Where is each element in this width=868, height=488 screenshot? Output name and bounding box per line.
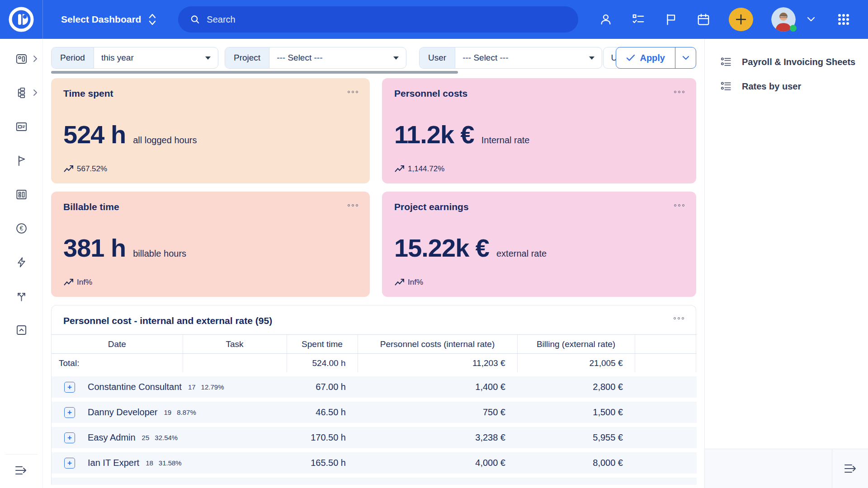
apply-button-group: Apply <box>616 47 696 69</box>
share-percent: 8.87% <box>177 408 196 416</box>
col-task[interactable]: Task <box>183 335 287 354</box>
sidebar-item-automation[interactable] <box>7 251 36 273</box>
widget-value: 381 h <box>63 233 126 263</box>
table-row: + Danny Developer 19 8.87% 46.50 h 750 €… <box>52 400 697 425</box>
dashboard-selector-label: Select Dashboard <box>61 14 141 25</box>
col-date[interactable]: Date <box>52 335 183 354</box>
account-menu-caret[interactable] <box>804 12 818 27</box>
col-external-rate[interactable]: Billing (external rate) <box>517 335 635 354</box>
expand-row-button[interactable]: + <box>64 458 75 469</box>
right-sidebar: Payroll & Invoicing Sheets Rates by user <box>704 39 868 488</box>
table-row <box>52 476 697 485</box>
check-icon <box>626 54 635 61</box>
calendar-button[interactable] <box>696 12 711 27</box>
row-internal: 1,400 € <box>358 375 517 400</box>
profile-button[interactable] <box>599 12 613 27</box>
period-filter: Period this year <box>51 47 218 69</box>
widget-caption: Internal rate <box>481 135 530 145</box>
project-filter-select[interactable]: --- Select --- <box>269 53 406 63</box>
row-external: 5,955 € <box>517 425 635 450</box>
col-spent-time[interactable]: Spent time <box>287 335 358 354</box>
total-label: Total: <box>52 354 183 375</box>
chevron-right-icon <box>33 55 38 62</box>
online-status-dot <box>790 25 797 32</box>
widget-billable-time: Billable time 381 h billable hours Inf% <box>51 192 370 297</box>
table-row: + Constantine Consultant 17 12.79% 67.00… <box>52 375 697 400</box>
total-external: 21,005 € <box>517 354 635 375</box>
table-header-row: Date Task Spent time Personnel costs (in… <box>52 335 697 354</box>
left-sidebar: € <box>0 39 43 488</box>
sidebar-item-dashboards[interactable] <box>7 48 36 70</box>
apply-options-button[interactable] <box>675 47 696 68</box>
dashboard-icon <box>15 53 28 65</box>
row-internal: 750 € <box>358 400 517 425</box>
avatar[interactable] <box>771 7 796 32</box>
share-percent: 31.58% <box>159 459 182 467</box>
expand-row-button[interactable]: + <box>64 407 75 418</box>
sidebar-item-boards[interactable] <box>7 183 36 205</box>
personnel-cost-table: Date Task Spent time Personnel costs (in… <box>52 334 697 485</box>
horizontal-scrollbar-thumb[interactable] <box>51 71 458 74</box>
search-icon <box>190 14 200 25</box>
dashboard-selector[interactable]: Select Dashboard <box>61 13 156 26</box>
app-logo[interactable] <box>0 0 43 39</box>
flag-button[interactable] <box>664 12 678 27</box>
user-name: Danny Developer <box>88 407 158 418</box>
sidebar-item-milestones[interactable] <box>7 150 36 171</box>
board-icon <box>15 188 28 201</box>
search-bar[interactable] <box>178 6 578 33</box>
widget-value: 11.2k € <box>394 120 474 149</box>
checklist-icon <box>632 13 645 26</box>
period-filter-select[interactable]: this year <box>94 53 218 63</box>
sheet-list-icon <box>720 80 732 92</box>
user-filter-select[interactable]: --- Select --- <box>455 53 602 63</box>
user-name: Ian IT Expert <box>88 458 139 468</box>
row-spent: 165.50 h <box>287 450 358 476</box>
sidebar-item-clients-tree[interactable] <box>7 82 36 103</box>
entry-count: 19 <box>164 408 172 416</box>
sidebar-item-archive[interactable] <box>7 319 36 341</box>
entry-count: 17 <box>188 383 196 391</box>
apps-grid-button[interactable] <box>836 12 851 27</box>
table-total-row: Total: 524.00 h 11,203 € 21,005 € <box>52 354 697 375</box>
expand-row-button[interactable]: + <box>64 382 75 393</box>
widget-menu-button[interactable] <box>674 91 684 93</box>
widget-personnel-costs: Personnel costs 11.2k € Internal rate 1,… <box>382 78 696 183</box>
select-updown-icon <box>148 13 156 26</box>
expand-menu-icon <box>14 465 28 476</box>
apply-button[interactable]: Apply <box>616 47 675 68</box>
col-internal-rate[interactable]: Personnel costs (internal rate) <box>358 335 517 354</box>
plus-icon <box>735 13 747 26</box>
trend-up-icon <box>63 278 74 287</box>
expand-row-button[interactable]: + <box>64 432 75 443</box>
table-menu-button[interactable] <box>674 317 684 319</box>
sidebar-item-projects[interactable] <box>7 116 36 137</box>
row-internal: 4,000 € <box>358 450 517 476</box>
panel-item-payroll-invoicing[interactable]: Payroll & Invoicing Sheets <box>705 50 868 74</box>
search-input[interactable] <box>207 14 566 25</box>
entry-count: 18 <box>146 459 153 467</box>
total-internal: 11,203 € <box>358 354 517 375</box>
project-filter: Project --- Select --- <box>225 47 406 69</box>
sidebar-item-billing[interactable]: € <box>7 217 36 239</box>
chevron-down-icon <box>682 56 689 60</box>
trend-up-icon <box>63 164 74 174</box>
main-content: Period this year Project --- Select --- … <box>43 39 704 488</box>
add-button[interactable] <box>729 8 753 31</box>
share-percent: 12.79% <box>201 383 224 391</box>
widget-menu-button[interactable] <box>348 91 358 93</box>
costlocker-logo-icon <box>9 7 34 32</box>
panel-item-rates-by-user[interactable]: Rates by user <box>705 74 868 99</box>
widget-menu-button[interactable] <box>348 204 358 206</box>
widget-title: Time spent <box>63 88 358 99</box>
widget-menu-button[interactable] <box>674 204 684 206</box>
grid-menu-icon <box>837 13 850 26</box>
panel-expand-button[interactable] <box>832 449 868 488</box>
topbar: Select Dashboard <box>0 0 868 39</box>
row-spent: 46.50 h <box>287 400 358 425</box>
table-row: + Easy Admin 25 32.54% 170.50 h 3,238 € … <box>52 425 697 450</box>
period-filter-label: Period <box>52 47 94 68</box>
sidebar-item-integrations[interactable] <box>7 285 36 307</box>
tasks-button[interactable] <box>631 12 646 27</box>
sidebar-expand-button[interactable] <box>14 465 28 476</box>
